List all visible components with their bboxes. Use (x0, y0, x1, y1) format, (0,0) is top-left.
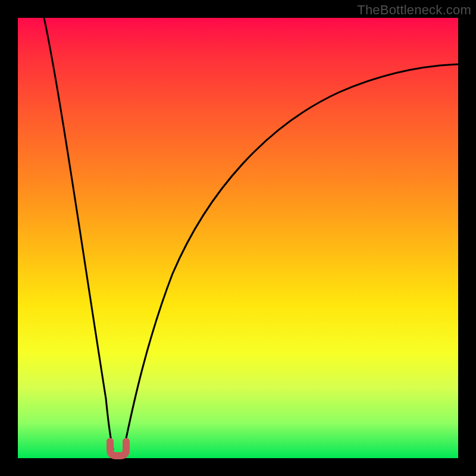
chart-frame: TheBottleneck.com (0, 0, 476, 476)
chart-plot-area (18, 18, 458, 458)
bottom-u-marker (110, 441, 126, 456)
watermark-text: TheBottleneck.com (357, 2, 471, 18)
curve-left-branch (44, 18, 113, 449)
curve-right-branch (124, 64, 458, 449)
bottleneck-curve (18, 18, 458, 458)
